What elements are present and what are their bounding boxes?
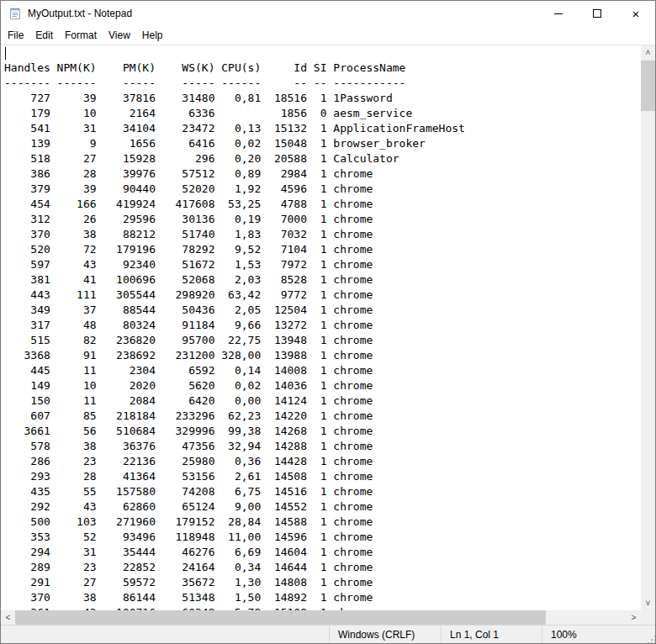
chevron-down-icon: ˅ [646,599,651,608]
scroll-down-button[interactable]: ˅ [641,596,655,610]
status-zoom-level: 100% [542,626,655,643]
status-line-ending: Windows (CRLF) [329,626,441,643]
horizontal-scroll-thumb[interactable] [15,610,546,625]
menu-item-format[interactable]: Format [59,27,103,44]
status-cursor-position: Ln 1, Col 1 [441,626,542,643]
content-region: Handles NPM(K) PM(K) WS(K) CPU(s) Id SI … [1,45,655,610]
maximize-button[interactable] [578,1,616,26]
status-bar: Windows (CRLF) Ln 1, Col 1 100% [1,625,655,643]
chevron-up-icon: ˄ [646,49,651,57]
resize-grip-icon[interactable] [651,639,653,641]
notepad-window: MyOutput.txt - Notepad × File Edit Forma… [0,0,656,644]
minimize-button[interactable] [539,1,578,26]
scroll-right-button[interactable]: ˃ [627,610,641,625]
horizontal-scrollbar-row: ˂ ˃ [1,610,655,625]
status-spacer [1,626,329,643]
minimize-icon [554,13,563,14]
menu-item-view[interactable]: View [103,27,136,44]
chevron-left-icon: ˂ [6,614,11,622]
chevron-right-icon: ˃ [632,614,637,622]
window-controls: × [539,1,655,26]
menu-item-help[interactable]: Help [136,27,169,44]
text-area[interactable]: Handles NPM(K) PM(K) WS(K) CPU(s) Id SI … [1,45,641,610]
notepad-icon [8,7,22,20]
scroll-up-button[interactable]: ˄ [641,45,655,60]
titlebar[interactable]: MyOutput.txt - Notepad × [1,1,655,26]
menu-item-edit[interactable]: Edit [29,27,59,44]
vertical-scrollbar[interactable]: ˄ ˅ [641,45,655,610]
maximize-icon [593,9,601,18]
scroll-left-button[interactable]: ˂ [1,610,15,625]
horizontal-scrollbar[interactable]: ˂ ˃ [1,610,641,625]
close-button[interactable]: × [616,1,655,26]
window-title: MyOutput.txt - Notepad [28,8,539,19]
close-icon: × [632,8,640,20]
menubar: File Edit Format View Help [1,26,655,45]
menu-item-file[interactable]: File [2,27,29,44]
vertical-scroll-thumb[interactable] [641,61,655,111]
document-text: Handles NPM(K) PM(K) WS(K) CPU(s) Id SI … [4,45,465,610]
scrollbar-corner [641,610,655,625]
